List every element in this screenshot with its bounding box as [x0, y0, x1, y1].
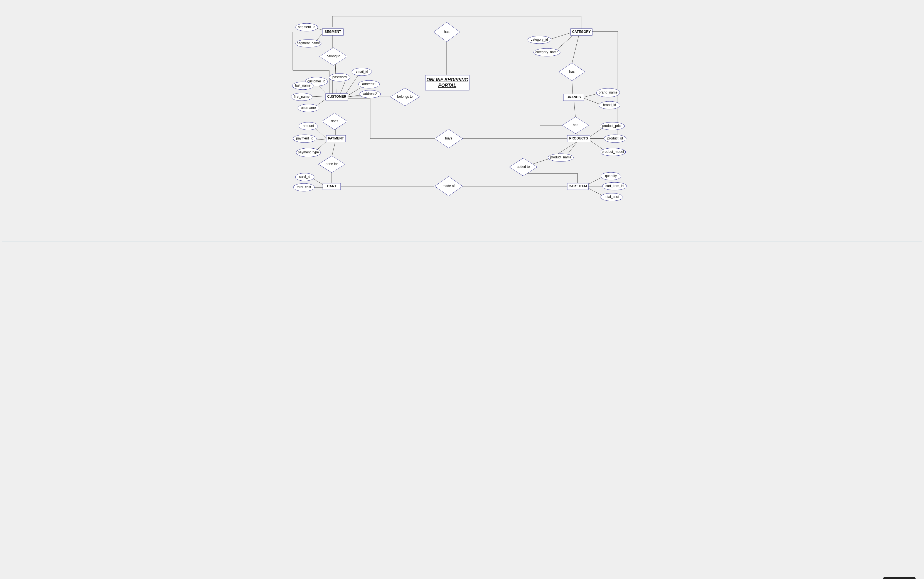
label-password: password — [332, 75, 346, 79]
label-payment: PAYMENT — [328, 136, 344, 140]
er-diagram-svg: ONLINE SHOPPING PORTAL SEGMENT CATEGORY … — [2, 2, 922, 242]
label-product-name: product_name — [550, 155, 571, 159]
label-product-model: product_model — [602, 150, 624, 154]
label-does: does — [331, 119, 338, 123]
title-line2: PORTAL — [438, 83, 456, 88]
label-belong-to: belong to — [327, 54, 340, 58]
link-segment-category-top — [332, 16, 581, 30]
label-last-name: last_name — [295, 83, 310, 87]
label-username: username — [301, 106, 316, 110]
label-brand-id: brand_id — [603, 103, 616, 107]
label-buys: buys — [445, 136, 452, 140]
label-has-top: has — [444, 30, 449, 34]
label-quantity: quantity — [605, 174, 617, 178]
label-cart-item-id: cart_item_id — [605, 184, 624, 188]
link-brands-hasbp — [574, 100, 576, 119]
link-category-hascb — [572, 35, 579, 64]
label-added-to: added to — [517, 165, 530, 169]
label-address1: address1 — [362, 82, 376, 86]
label-customer-id: customer_id — [307, 79, 325, 83]
label-product-id: product_id — [607, 136, 623, 140]
diagram-frame: ONLINE SHOPPING PORTAL SEGMENT CATEGORY … — [2, 2, 922, 242]
link-addedto-cartitem — [523, 173, 578, 183]
stub — [548, 33, 571, 40]
label-cart: CART — [327, 184, 336, 188]
title-line1: ONLINE SHOPPING — [426, 77, 468, 82]
label-brand-name: brand_name — [599, 90, 617, 94]
link-customer-buys — [347, 98, 436, 139]
label-has-cb: has — [569, 70, 575, 74]
link-belongsto-portal — [405, 83, 426, 89]
label-address2: address2 — [363, 92, 377, 96]
label-payment-id: payment_id — [296, 136, 313, 140]
label-card-id: card_id — [299, 175, 310, 179]
link-portal-hasbp — [469, 83, 576, 132]
link-hascb-brands — [572, 80, 573, 94]
label-made-of: made of — [442, 184, 455, 188]
label-segment-id: segment_id — [298, 25, 315, 29]
label-first-name: first_name — [294, 95, 310, 98]
label-segment-name: segment_name — [297, 41, 320, 45]
label-product-price: product_price — [602, 124, 623, 128]
label-has-bp: has — [573, 123, 578, 127]
label-total-cost-2: total_cost — [604, 195, 619, 199]
link-payment-donefor — [332, 141, 335, 157]
stub — [340, 82, 345, 94]
label-category: CATEGORY — [572, 30, 591, 34]
label-products: PRODUCTS — [569, 136, 588, 140]
label-category-name: category_name — [535, 50, 558, 54]
label-category-id: category_id — [531, 38, 548, 41]
label-belongs-to: belongs to — [397, 95, 413, 98]
label-segment: SEGMENT — [325, 30, 341, 34]
label-total-cost: total_cost — [297, 185, 311, 189]
label-cartitem: CART ITEM — [568, 184, 587, 188]
label-done-for: done for — [326, 162, 338, 166]
label-customer: CUSTOMER — [327, 95, 346, 98]
label-amount: amount — [303, 124, 314, 128]
label-email-id: email_id — [356, 70, 368, 74]
label-brands: BRANDS — [566, 95, 581, 99]
label-payment-type: payment_type — [298, 150, 319, 154]
